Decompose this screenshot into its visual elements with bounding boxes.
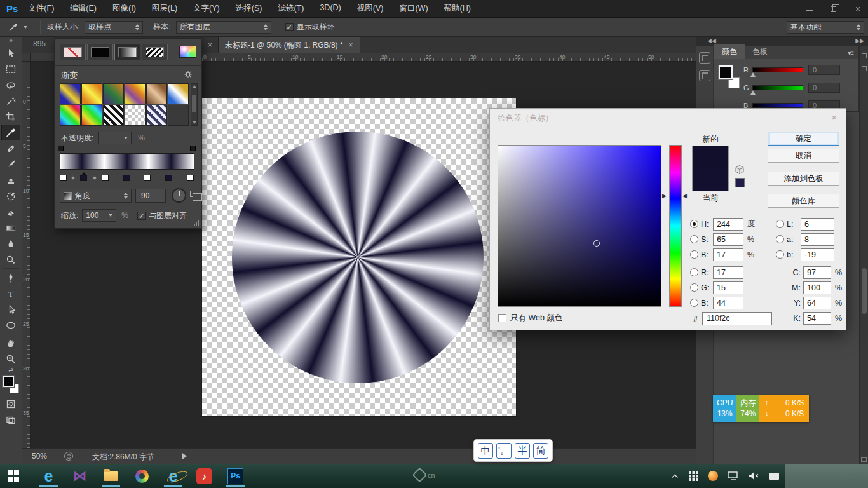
zoom-tool[interactable] bbox=[1, 351, 20, 367]
gradient-midpoint-icon[interactable] bbox=[71, 175, 76, 180]
taskbar-internet-explorer[interactable]: e bbox=[164, 465, 182, 487]
value-input[interactable]: 17 bbox=[713, 248, 743, 261]
scale-dropdown[interactable]: 100 bbox=[82, 209, 116, 222]
foreground-color-swatch[interactable] bbox=[3, 376, 14, 387]
value-input[interactable]: 8 bbox=[801, 233, 834, 246]
pen-tool[interactable] bbox=[1, 269, 20, 285]
gradient-preset-red-spectrum[interactable] bbox=[81, 105, 102, 126]
network-icon[interactable] bbox=[728, 471, 739, 480]
gradient-preset-blue-white-stripes[interactable] bbox=[146, 105, 167, 126]
sample-dropdown[interactable]: 所有图层 bbox=[176, 21, 271, 34]
document-tab[interactable]: 未标题-1 @ 50% (椭圆 1, RGB/8) * × bbox=[218, 37, 360, 53]
value-input[interactable]: 64 bbox=[803, 297, 831, 309]
taskbar-tray-area[interactable] bbox=[785, 464, 868, 488]
dialog-close-icon[interactable]: × bbox=[831, 112, 837, 123]
fill-gradient-button[interactable] bbox=[114, 44, 140, 60]
hue-arrow-left-icon[interactable]: ▶ bbox=[662, 193, 667, 199]
saturation-brightness-field[interactable] bbox=[498, 145, 661, 307]
eyedropper-tool[interactable] bbox=[1, 125, 20, 140]
radio-button[interactable] bbox=[776, 220, 784, 228]
channel-value-field[interactable]: 0 bbox=[808, 65, 840, 75]
canvas-artboard[interactable] bbox=[202, 98, 516, 416]
history-panel-icon[interactable] bbox=[699, 52, 710, 64]
taskbar-netease-music[interactable]: ♪ bbox=[195, 465, 214, 487]
gradient-preset-blue-yellow-blue[interactable] bbox=[60, 83, 81, 104]
history-brush-tool[interactable] bbox=[1, 188, 20, 204]
radio-button[interactable] bbox=[776, 250, 784, 259]
taskbar-visual-studio[interactable]: ⋈ bbox=[71, 465, 89, 487]
gradient-preset-purple-green-orange[interactable] bbox=[103, 83, 124, 104]
radio-button[interactable] bbox=[776, 235, 784, 243]
ime-key[interactable]: 半 bbox=[515, 443, 530, 459]
color-picker-swatch[interactable] bbox=[179, 46, 196, 58]
gradient-preset-copper[interactable] bbox=[146, 83, 167, 104]
menu-item[interactable]: 窗口(W) bbox=[399, 3, 428, 14]
ellipse-shape-tool[interactable] bbox=[1, 317, 20, 333]
reverse-gradient-icon[interactable] bbox=[190, 191, 198, 197]
web-safe-swatch[interactable] bbox=[735, 178, 745, 187]
gradient-stop[interactable] bbox=[60, 175, 67, 181]
swap-colors-icon[interactable]: ⇄ bbox=[8, 367, 13, 373]
radio-button[interactable] bbox=[690, 220, 698, 228]
show-sampling-ring-checkbox[interactable]: ✓ 显示取样环 bbox=[285, 22, 335, 32]
align-checkbox[interactable]: ✓ bbox=[137, 212, 146, 220]
fill-none-button[interactable] bbox=[60, 44, 86, 60]
tab-color[interactable]: 颜色 bbox=[714, 44, 745, 59]
apps-grid-icon[interactable] bbox=[689, 471, 698, 481]
touch-keyboard-icon[interactable] bbox=[769, 473, 779, 480]
menu-item[interactable]: 图像(I) bbox=[112, 3, 136, 14]
panel-edge-icon[interactable] bbox=[862, 66, 867, 71]
menu-item[interactable]: 图层(L) bbox=[152, 3, 177, 14]
eraser-tool[interactable] bbox=[1, 204, 20, 220]
gradient-preset-empty[interactable] bbox=[168, 105, 189, 126]
close-icon[interactable]: × bbox=[854, 4, 862, 14]
gradient-preset-transparent-checker[interactable] bbox=[125, 105, 146, 126]
gradient-method-dropdown[interactable]: 角度 bbox=[60, 189, 132, 203]
brush-tool[interactable] bbox=[1, 156, 20, 172]
lasso-tool[interactable] bbox=[1, 77, 20, 93]
type-tool[interactable]: T bbox=[1, 285, 20, 301]
menu-item[interactable]: 滤镜(T) bbox=[278, 3, 304, 14]
gradient-stop[interactable] bbox=[123, 175, 130, 181]
screen-mode-button[interactable] bbox=[1, 412, 20, 428]
eyedropper-tool-preset[interactable] bbox=[9, 23, 27, 32]
gradient-preset-blue-white-gold[interactable] bbox=[168, 83, 189, 104]
taskbar-edge[interactable]: e bbox=[39, 465, 58, 487]
angle-dial[interactable] bbox=[172, 188, 186, 203]
gradient-stop[interactable] bbox=[80, 175, 87, 181]
gradient-stop[interactable] bbox=[165, 175, 172, 181]
gradient-midpoint-icon[interactable] bbox=[92, 175, 97, 180]
add-to-swatches-button[interactable]: 添加到色板 bbox=[768, 172, 839, 186]
cancel-button[interactable]: 取消 bbox=[768, 149, 839, 163]
web-colors-only-checkbox[interactable]: 只有 Web 颜色 bbox=[498, 313, 562, 323]
radio-button[interactable] bbox=[690, 250, 698, 259]
muted-speaker-icon[interactable] bbox=[749, 471, 759, 480]
channel-slider[interactable] bbox=[752, 85, 803, 90]
fill-solid-button[interactable] bbox=[87, 44, 113, 60]
panel-edge-icon[interactable] bbox=[862, 53, 867, 58]
system-monitor-widget[interactable]: CPU 13% 内存 74% ↑0 K/S ↓0 K/S bbox=[713, 395, 809, 422]
color-libraries-button[interactable]: 颜色库 bbox=[768, 194, 839, 208]
hue-arrow-right-icon[interactable]: ◀ bbox=[682, 193, 687, 199]
value-input[interactable]: 44 bbox=[713, 297, 743, 309]
menu-item[interactable]: 选择(S) bbox=[236, 3, 262, 14]
panel-bottom-icon[interactable] bbox=[861, 458, 867, 462]
menu-item[interactable]: 3D(D) bbox=[320, 3, 341, 14]
spot-healing-brush-tool[interactable] bbox=[1, 140, 20, 156]
ime-indicator-bar[interactable]: 中'。半简 bbox=[473, 439, 553, 462]
angle-gradient-ellipse-layer[interactable] bbox=[232, 132, 484, 383]
minimize-icon[interactable] bbox=[806, 7, 813, 11]
value-input[interactable]: 97 bbox=[803, 266, 831, 279]
ok-button[interactable]: 确定 bbox=[768, 132, 839, 146]
menu-item[interactable]: 编辑(E) bbox=[70, 3, 97, 14]
move-tool[interactable] bbox=[1, 45, 20, 61]
path-select-tool[interactable] bbox=[1, 301, 20, 317]
gradient-preset-black-white-stripes[interactable] bbox=[103, 105, 124, 126]
value-input[interactable]: 15 bbox=[713, 281, 743, 294]
gradient-preset-yellow-purple-orange-yellow[interactable] bbox=[125, 83, 146, 104]
magic-wand-tool[interactable] bbox=[1, 93, 20, 109]
value-input[interactable]: 17 bbox=[713, 266, 743, 279]
sample-size-dropdown[interactable]: 取样点 bbox=[85, 21, 143, 34]
radio-button[interactable] bbox=[690, 268, 698, 276]
menu-item[interactable]: 文字(Y) bbox=[193, 3, 220, 14]
